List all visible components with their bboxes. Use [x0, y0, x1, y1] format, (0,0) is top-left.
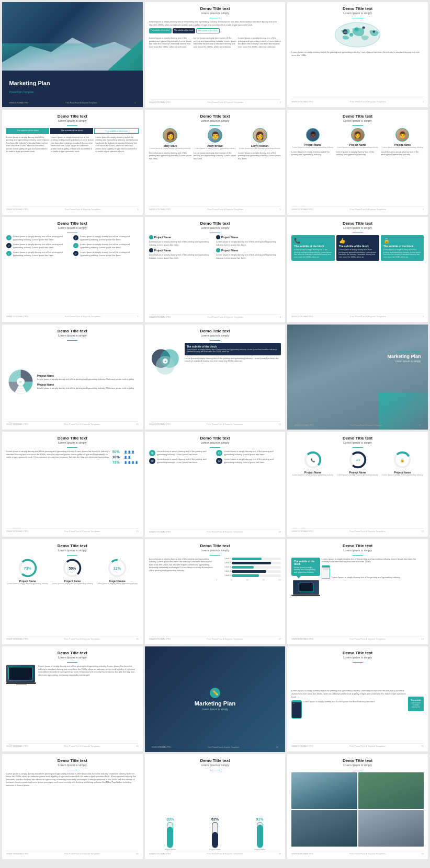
slide-14: Demo Title text Lorem Ipsum is simply 78… [145, 432, 286, 537]
slide-4-tab3[interactable]: The subtitle of the block [94, 128, 138, 134]
slide-24-footer-url: WWW.SITE2MAX.PRO [291, 852, 313, 855]
slide-16-subtitle: Lorem Ipsum is simply [6, 549, 139, 552]
slide-14-title: Demo Title text [149, 436, 281, 441]
slide-4-tab1[interactable]: The subtitle of the block [6, 128, 49, 134]
slide-23-num: 23 [279, 852, 281, 855]
slide-14-num3: 13 [216, 450, 222, 456]
slide-1-footer-label: Free PowerPoint & Keynote Templates [66, 102, 97, 104]
slides-grid: Marketing Plan PowerPoint Template WWW.S… [0, 0, 430, 861]
slide-7-footer-label: Free PowerPoint & Keynote Templates [65, 315, 101, 318]
slide-22-subtitle: Lorem Ipsum is simply [6, 763, 139, 767]
slide-6-proj2-text: Lorem Ipsum is simply dummy typesetting … [336, 146, 379, 148]
slide-16-sub3: Lorem Ipsum is simply dummy typesetting … [96, 583, 139, 585]
slide-14-row4: 12 Lorem Ipsum is simply dummy text of t… [216, 458, 281, 464]
slide-16-pct2: 50% [69, 566, 76, 570]
slide-22-num: 22 [136, 852, 138, 855]
slide-14-list1: 78 Lorem Ipsum is simply dummy text of t… [149, 450, 214, 529]
slide-2-tab1: The subtitle of the block [149, 28, 172, 33]
slide-20-title: Marketing Plan [195, 700, 235, 707]
slide-12: PowerPoint Template Marketing Plan Lorem… [287, 325, 428, 430]
slide-1-footer-url: WWW.SITE2MAX.PRO [9, 102, 28, 104]
slide-16-num: 16 [136, 638, 138, 640]
person-project-3: 👨 Project Name Lorem Ipsum is simply dum… [381, 128, 424, 148]
slide-23: Demo Title text Lorem Ipsum is simply 83… [145, 754, 286, 860]
person-1-title: Lorem Ipsum is simply dummy typesetting … [149, 147, 192, 149]
slide-10-num: 10 [136, 423, 138, 425]
slide-10-title: Demo Title text [6, 329, 139, 333]
slide-4-title: Demo Title text [6, 114, 139, 119]
slide-17-chart: Label 1 Label 2 Label 3 [216, 558, 281, 636]
person-2-title: Lorem Ipsum is simply dummy typesetting … [194, 147, 236, 149]
slide-22-footer-label: Free PowerPoint & Keynote Templates [64, 852, 100, 855]
slide-7: Demo Title text Lorem Ipsum is simply ✓ … [2, 217, 143, 322]
slide-9-title: Demo Title text [291, 221, 424, 226]
slide-18: Demo Title text Lorem Ipsum is simply Th… [287, 539, 428, 644]
slide-23-footer-label: Free PowerPoint & Keynote Templates [207, 852, 243, 855]
slide-7-icon6: ✓ [73, 251, 78, 256]
slide-4-footer-url: WWW.SITE2MAX.PRO [6, 208, 28, 211]
slide-15-sub1: Lorem Ipsum is simply dummy typesetting … [291, 474, 334, 476]
slide-19-text: Lorem Ipsum is simply dummy text of the … [38, 665, 139, 743]
svg-text:🔒: 🔒 [400, 458, 405, 462]
slide-4-tab2[interactable]: The subtitle of the block [50, 128, 93, 134]
slide-8-dot4 [216, 248, 220, 252]
slide-7-num: 7 [137, 315, 138, 318]
slide-14-subtitle: Lorem Ipsum is simply [149, 441, 281, 444]
slide-9-num: 9 [423, 315, 424, 318]
slide-16-donut2: 50% Project Name Lorem Ipsum is simply d… [51, 558, 94, 636]
slide-10: Demo Title text Lorem Ipsum is simply [2, 325, 143, 430]
slide-16-pct1: 73% [24, 566, 31, 570]
slide-10-footer-url: WWW.SITE2MAX.PRO [6, 423, 28, 425]
slide-23-subtitle: Lorem Ipsum is simply [149, 763, 281, 767]
slide-19-footer-label: Free PowerPoint & Keynote Templates [64, 745, 100, 747]
slide-17-text: Lorem Ipsum is simply dummy text of the … [149, 558, 214, 636]
slide-2-col3: Lorem Ipsum is simply dummy text of the … [238, 37, 281, 48]
slide-2-body: Lorem ipsum is simply dummy text of the … [149, 20, 281, 26]
slide-8-num: 8 [280, 316, 281, 318]
slide-15-donut1: 📞 Project Name Lorem Ipsum is simply dum… [291, 450, 334, 528]
world-map-svg: +58% +47% +12% +71% +15% [291, 20, 424, 49]
slide-19-subtitle: Lorem Ipsum is simply [6, 656, 139, 659]
slide-9-card3: 🔒 The subtitle of the block Lorem Ipsum … [381, 235, 424, 261]
slide-13-icons2: 👤👤 [124, 456, 131, 459]
slide-2-footer-url: WWW.SITE2MAX.PRO [149, 101, 171, 103]
slide-12-footer-label: Free PowerPoint & Keynote Templates [350, 424, 382, 426]
slide-8-proj2: Project Name Lorem Ipsum is simply dummy… [216, 235, 281, 246]
slide-21-text: Lorem Ipsum is simply dummy text of the … [291, 689, 406, 719]
slide-24-photo1 [291, 772, 357, 809]
slide-14-row3: 13 Lorem Ipsum is simply dummy text of t… [216, 450, 281, 456]
slide-6-t1: Lorem Ipsum is simply dummy text of the … [291, 151, 334, 156]
slide-2-tab2: The subtitle of the block [173, 28, 195, 33]
slide-15-footer-label: Free PowerPoint & Keynote Templates [349, 530, 386, 533]
slide-23-thermo3: 91% Project Name [239, 817, 281, 851]
person-3-title: Lorem Ipsum is simply dummy typesetting … [239, 147, 281, 149]
slide-19-num: 19 [136, 745, 138, 747]
slide-22-title: Demo Title text [6, 758, 139, 763]
slide-7-icon5: ✓ [73, 243, 78, 248]
slide-24-subtitle: Lorem Ipsum is simply [291, 763, 424, 767]
slide-16-footer-url: WWW.SITE2MAX.PRO [6, 638, 28, 640]
slide-6-num: 6 [423, 208, 424, 211]
slide-2-col2: Lorem Ipsum is simply dummy text of the … [194, 37, 236, 48]
slide-3: Demo Title text Lorem Ipsum is simply [287, 2, 428, 107]
slide-6-t3: Lorem Ipsum is simply dummy text of the … [381, 151, 424, 156]
slide-2-col1: Lorem Ipsum is simply dummy text of the … [149, 37, 192, 48]
slide-16: Demo Title text Lorem Ipsum is simply 73… [2, 539, 143, 644]
slide-5-text1: Lorem Ipsum is simply dummy text of the … [149, 152, 192, 160]
slide-6-subtitle: Lorem Ipsum is simply [291, 119, 424, 122]
slide-24-footer-label: Free PowerPoint & Keynote Templates [349, 852, 386, 855]
slide-24: Demo Title text Lorem Ipsum is simply [287, 754, 428, 859]
slide-16-sub2: Lorem Ipsum is simply dummy typesetting … [51, 583, 94, 585]
slide-8-pname4: Project Name [221, 249, 238, 252]
slide-8-pname1: Project Name [154, 236, 171, 239]
slide-13-subtitle: Lorem Ipsum is simply [6, 441, 139, 444]
slide-7-item1: ✓ Lorem Ipsum is simply dummy text of th… [6, 235, 71, 241]
slide-6-t2: Lorem Ipsum is simply dummy text of the … [336, 151, 379, 156]
slide-14-row1: 78 Lorem Ipsum is simply dummy text of t… [149, 450, 214, 456]
slide-23-thermo1: 83% Project Name [149, 817, 192, 851]
slide-3-title: Demo Title text [291, 6, 424, 11]
slide-1-num: 1 [134, 102, 135, 104]
slide-10-footer-label: Free PowerPoint & Keynote Templates [64, 423, 100, 425]
slide-14-num2: 40 [149, 458, 155, 464]
slide-14-row2: 40 Lorem Ipsum is simply dummy text of t… [149, 458, 214, 464]
